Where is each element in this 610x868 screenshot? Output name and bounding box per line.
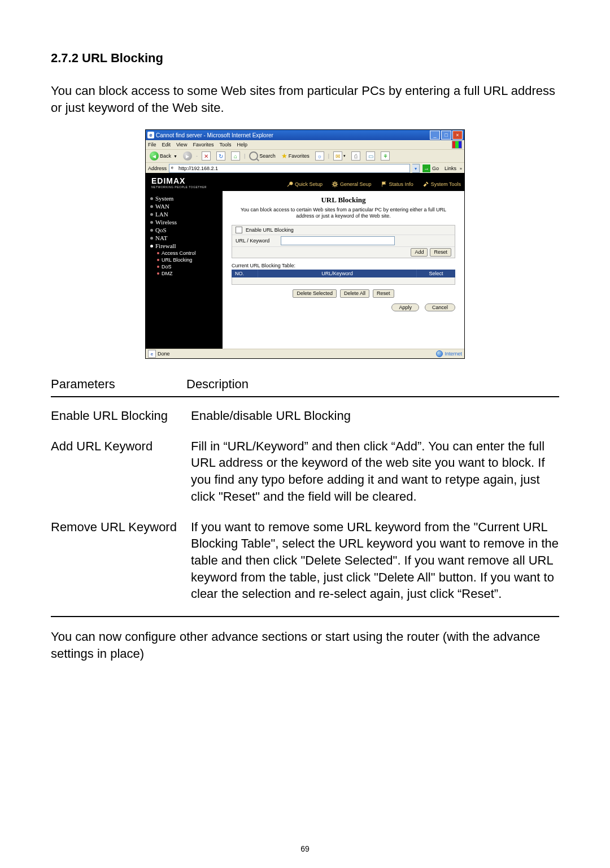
star-icon: ★ <box>281 152 287 160</box>
content-title: URL Blocking <box>232 196 455 205</box>
params-header-right: Description <box>186 376 249 393</box>
menu-help[interactable]: Help <box>237 142 247 147</box>
flag-icon <box>381 181 387 188</box>
gear-icon <box>332 181 338 188</box>
sidebar-item-system[interactable]: System <box>150 194 223 202</box>
edit-icon[interactable]: ▭ <box>364 151 377 161</box>
content-description: You can block access to certain Web site… <box>232 207 455 219</box>
address-label: Address <box>148 166 167 171</box>
page-icon: e <box>171 166 177 171</box>
windows-flag-icon <box>452 141 462 149</box>
screenshot-frame: e Cannot find server - Microsoft Interne… <box>145 129 465 359</box>
side-nav: System WAN LAN Wireless QoS NAT Firewall… <box>146 191 223 349</box>
apply-button[interactable]: Apply <box>391 303 419 312</box>
sidebar-sub-access-control[interactable]: Access Control <box>150 250 223 257</box>
search-button[interactable]: Search <box>247 151 277 161</box>
table-label: Current URL Blocking Table: <box>232 263 455 268</box>
sidebar-item-lan[interactable]: LAN <box>150 210 223 218</box>
sidebar-sub-url-blocking[interactable]: URL Blocking <box>150 257 223 263</box>
outro-text: You can now configure other advance sect… <box>51 628 559 662</box>
messenger-icon[interactable]: ⚘ <box>379 151 391 161</box>
table-body <box>232 277 455 285</box>
th-url: URL/Keyword <box>258 270 417 277</box>
tab-system-tools[interactable]: System Tools <box>422 181 461 191</box>
print-icon[interactable]: ⎙ <box>350 151 362 161</box>
back-button[interactable]: ◄Back▼ <box>148 151 179 161</box>
tab-quick-setup[interactable]: Quick Setup <box>286 181 323 191</box>
sidebar-item-firewall[interactable]: Firewall <box>150 242 223 250</box>
menu-favorites[interactable]: Favorites <box>193 142 213 147</box>
ie-statusbar: e Done Internet <box>146 349 464 358</box>
menu-edit[interactable]: Edit <box>162 142 171 147</box>
keyword-input[interactable] <box>281 236 395 245</box>
ie-icon: e <box>147 132 154 138</box>
reset-button[interactable]: Reset <box>430 248 451 257</box>
history-icon[interactable]: ☼ <box>313 151 326 161</box>
tab-general-setup[interactable]: General Seup <box>332 181 372 191</box>
home-button[interactable]: ⌂ <box>229 151 242 161</box>
sidebar-item-qos[interactable]: QoS <box>150 226 223 234</box>
address-value: http://192.168.2.1 <box>178 166 218 171</box>
content-area: URL Blocking You can block access to cer… <box>223 191 464 349</box>
keyword-label: URL / Keyword <box>236 238 281 244</box>
window-title: Cannot find server - Microsoft Internet … <box>156 132 273 138</box>
params-header-left: Parameters <box>51 376 186 393</box>
menu-tools[interactable]: Tools <box>219 142 231 147</box>
status-text: Done <box>158 351 170 357</box>
refresh-button[interactable]: ↻ <box>215 151 227 161</box>
address-input[interactable]: e http://192.168.2.1 <box>169 164 410 173</box>
search-icon <box>249 151 258 160</box>
sidebar-item-nat[interactable]: NAT <box>150 234 223 242</box>
go-button[interactable]: →Go <box>422 164 439 173</box>
cancel-button[interactable]: Cancel <box>425 303 455 312</box>
favorites-button[interactable]: ★Favorites <box>280 151 311 160</box>
maximize-button[interactable]: □ <box>441 131 451 140</box>
brand-logo: EDIMAX <box>151 176 207 185</box>
param-name-1: Add URL Keyword <box>51 438 191 505</box>
sidebar-sub-dmz[interactable]: DMZ <box>150 270 223 277</box>
address-dropdown[interactable]: ▾ <box>412 164 420 173</box>
tools-icon <box>422 181 429 188</box>
brand-bar: EDIMAX NETWORKING PEOPLE TOGETHER Quick … <box>146 173 464 191</box>
forward-button[interactable]: ► <box>181 151 194 161</box>
menu-file[interactable]: File <box>148 142 156 147</box>
ie-toolbar: ◄Back▼ ► - ✕ ↻ ⌂ | Search ★Favorites ☼ |… <box>146 150 464 163</box>
param-name-2: Remove URL Keyword <box>51 519 191 602</box>
sidebar-sub-dos[interactable]: DoS <box>150 263 223 270</box>
enable-checkbox[interactable] <box>236 227 242 233</box>
svg-point-0 <box>334 183 337 186</box>
internet-zone-icon <box>436 350 443 357</box>
tab-status-info[interactable]: Status Info <box>381 181 413 191</box>
settings-panel: Enable URL Blocking URL / Keyword Add Re… <box>232 225 455 258</box>
minimize-button[interactable]: _ <box>430 131 440 140</box>
page-number: 69 <box>0 844 610 853</box>
delete-selected-button[interactable]: Delete Selected <box>293 289 337 298</box>
close-button[interactable]: × <box>452 131 463 140</box>
done-icon: e <box>148 350 156 358</box>
wrench-icon <box>286 181 293 188</box>
table-divider <box>51 616 559 617</box>
param-name-0: Enable URL Blocking <box>51 407 191 424</box>
table-header: NO. URL/Keyword Select <box>232 270 455 277</box>
delete-all-button[interactable]: Delete All <box>340 289 369 298</box>
ie-menubar: File Edit View Favorites Tools Help <box>146 140 464 150</box>
ie-titlebar: e Cannot find server - Microsoft Interne… <box>146 130 464 140</box>
param-desc-2: If you want to remove some URL keyword f… <box>191 519 559 602</box>
section-title: 2.7.2 URL Blocking <box>51 51 559 66</box>
parameters-table: Parameters Description Enable URL Blocki… <box>51 376 559 602</box>
sidebar-item-wireless[interactable]: Wireless <box>150 218 223 226</box>
param-desc-0: Enable/disable URL Blocking <box>191 407 559 424</box>
reset-table-button[interactable]: Reset <box>373 289 394 298</box>
th-select: Select <box>417 270 455 277</box>
brand-subtitle: NETWORKING PEOPLE TOGETHER <box>151 185 207 189</box>
param-desc-1: Fill in “URL/Keyword” and then click “Ad… <box>191 438 559 505</box>
stop-button[interactable]: ✕ <box>200 151 212 161</box>
mail-icon[interactable]: ✉▾ <box>332 151 347 161</box>
add-button[interactable]: Add <box>411 248 428 257</box>
zone-text: Internet <box>445 351 462 357</box>
enable-label: Enable URL Blocking <box>246 227 294 233</box>
th-no: NO. <box>232 270 258 277</box>
links-label[interactable]: Links <box>445 166 456 171</box>
menu-view[interactable]: View <box>176 142 187 147</box>
sidebar-item-wan[interactable]: WAN <box>150 202 223 210</box>
